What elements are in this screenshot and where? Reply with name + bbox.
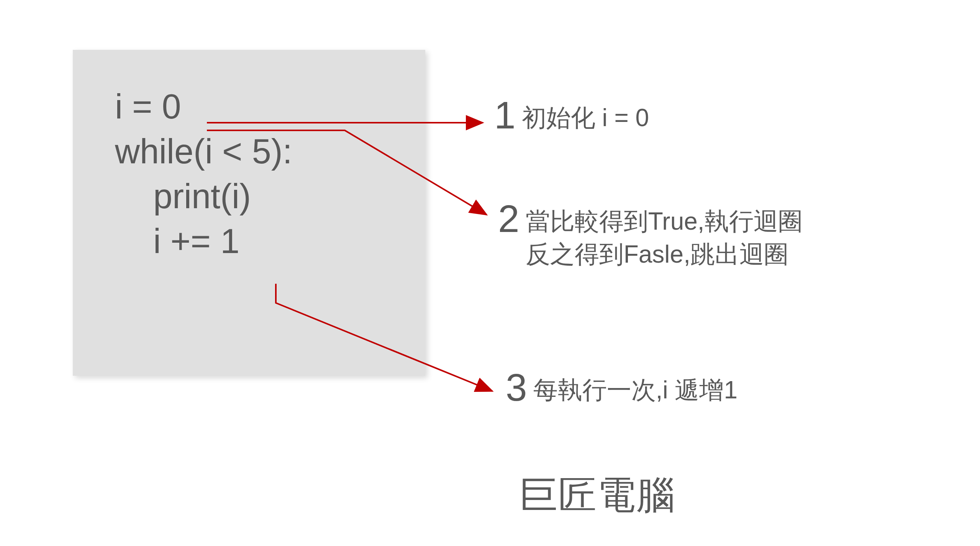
annotation-2-text: 當比較得到True,執行迴圈 反之得到Fasle,跳出迴圈: [526, 199, 803, 271]
watermark-text: 巨匠電腦: [519, 470, 675, 521]
code-line-2: while(i < 5):: [115, 129, 398, 174]
annotation-1-text: 初始化 i = 0: [522, 96, 649, 134]
annotation-3-num: 3: [506, 368, 527, 406]
annotation-2-num: 2: [498, 199, 519, 238]
annotation-3: 3 每執行一次,i 遞增1: [506, 368, 737, 406]
annotation-1: 1 初始化 i = 0: [494, 96, 649, 134]
annotation-2: 2 當比較得到True,執行迴圈 反之得到Fasle,跳出迴圈: [498, 199, 803, 271]
annotation-3-text: 每執行一次,i 遞增1: [533, 368, 737, 406]
code-line-1: i = 0: [115, 84, 398, 129]
code-line-4: i += 1: [115, 219, 398, 264]
code-line-3: print(i): [115, 174, 398, 219]
code-block: i = 0 while(i < 5): print(i) i += 1: [73, 50, 425, 376]
annotation-1-num: 1: [494, 96, 516, 134]
